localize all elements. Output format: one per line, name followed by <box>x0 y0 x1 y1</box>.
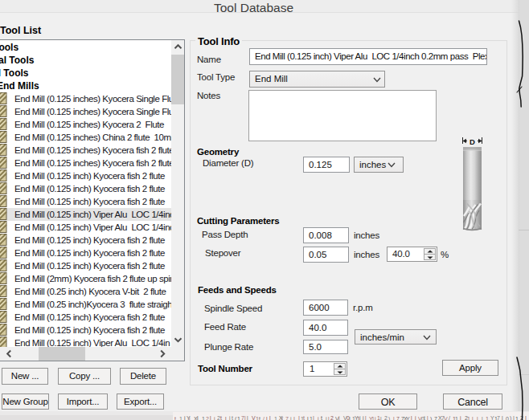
svg-text:D: D <box>470 137 475 146</box>
